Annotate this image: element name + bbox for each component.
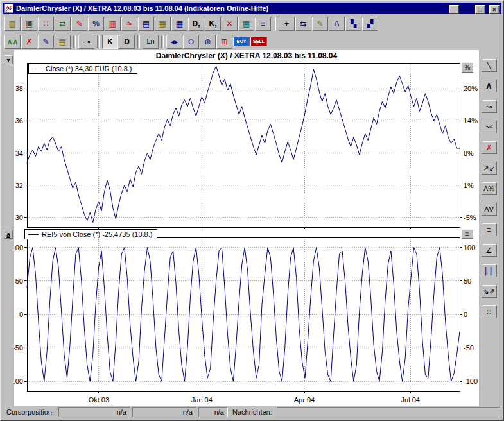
minimize-button[interactable]: _	[449, 5, 459, 14]
toolbar-separator	[97, 35, 100, 48]
trendline-icon: ╲	[487, 62, 491, 69]
x-axis-label: Jul 04	[401, 396, 420, 404]
scale-marker-button[interactable]: ▾	[4, 55, 13, 64]
arrows-cluster-button[interactable]: ⇘⇗	[482, 285, 497, 298]
y-tick-label: 50	[464, 277, 471, 285]
y-tick-label: 0	[464, 311, 467, 318]
series-line-sample-icon	[32, 69, 42, 69]
maximize-button[interactable]: □	[475, 5, 485, 14]
toolbar-separator	[161, 35, 164, 48]
histogram-icon: ▥	[109, 20, 116, 28]
y-tick-label: 8%	[464, 150, 474, 157]
window-arrange-button[interactable]: ▞	[362, 17, 378, 31]
zigzag-points-button[interactable]: ΛV	[482, 203, 497, 216]
red-x-icon: ✕	[226, 20, 232, 28]
quick-note-button[interactable]: ✎	[312, 17, 328, 31]
indicator-auto-button[interactable]: a	[4, 230, 13, 239]
squiggle-arrow-icon: ↝	[486, 103, 492, 110]
zoom-range-icon: ⊞	[221, 38, 227, 46]
dots-grid-button[interactable]: ∷	[482, 305, 497, 318]
indicator-d-button[interactable]: D,	[188, 17, 204, 31]
red-x-icon: ✗	[486, 144, 492, 151]
candle-button[interactable]: K	[102, 35, 118, 49]
indicator-d-button-label: D,	[193, 20, 200, 28]
transfer-button[interactable]: ⇄	[55, 17, 71, 31]
line-chart-button[interactable]: ≈	[121, 17, 137, 31]
indicator-legend[interactable]: REI5 von Close (*) -25,4735 (10.8.)	[24, 229, 157, 239]
copy-button[interactable]: ▣	[21, 17, 37, 31]
portfolio-button[interactable]: ▦	[155, 17, 171, 31]
news-panel	[277, 407, 500, 417]
drawing-toolbar: ╲A↝~²✗↗↙Λ%ΛV≡∠║║⇘⇗∷	[476, 50, 501, 406]
data-table-button[interactable]: ▦	[238, 17, 254, 31]
scroll-button[interactable]: ◂▸	[166, 35, 182, 49]
wave-tool-button[interactable]: ~²	[482, 121, 497, 133]
percent-scale-button[interactable]: %	[462, 62, 473, 73]
indicator-k-button[interactable]: K,	[205, 17, 221, 31]
chart-area-svg[interactable]: 3820%3614%348%321%30-5%100100505000-50-5…	[14, 50, 479, 406]
move-chart-button[interactable]: ⇆	[295, 17, 311, 31]
move-icon: ⇆	[300, 20, 306, 28]
chart-canvas[interactable]: DaimlerChrysler (X) / XETRA 12.08.03 bis…	[14, 50, 479, 406]
y-tick-label: -100	[14, 377, 23, 385]
crossed-arrows-button[interactable]: ↗↙	[482, 162, 497, 175]
clipboard-icon: ▤	[59, 38, 66, 46]
zoom-in-button[interactable]: ⊕	[200, 35, 216, 49]
zoom-range-button[interactable]: ⊞	[216, 35, 232, 49]
zoom-out-icon: ⊖	[187, 38, 194, 46]
y-tick-label: 100	[14, 244, 23, 252]
portfolio-icon: ▦	[159, 20, 166, 28]
zigzag-button[interactable]: ∧∧	[4, 35, 21, 49]
fibonacci-lines-icon: ≡	[487, 227, 491, 234]
zoom-out-button[interactable]: ⊖	[183, 35, 199, 49]
indicator-legend-text: REI5 von Close (*) -25,4735 (10.8.)	[42, 230, 152, 238]
toolbar-separator	[73, 35, 76, 48]
quote-table-button[interactable]: ▦	[171, 17, 187, 31]
scatter-icon: ∷	[44, 20, 49, 28]
clipboard-button[interactable]: ▤	[55, 35, 71, 49]
line-width-button[interactable]: · ▪	[78, 35, 94, 49]
title-bar[interactable]: DaimlerChrysler (X) / XETRA 12.08.03 bis…	[3, 3, 501, 14]
fibonacci-button[interactable]: ≡	[482, 223, 497, 236]
fan-lines-button[interactable]: ∠	[482, 244, 497, 257]
vertical-lines-button[interactable]: ║║	[482, 264, 497, 277]
y-tick-label: 36	[15, 117, 23, 125]
new-analysis-button[interactable]: ▧	[4, 17, 21, 31]
crosshair-icon: +	[284, 20, 289, 28]
zigzag-percent-button[interactable]: Λ%	[482, 182, 497, 195]
pen-icon: ✎	[317, 20, 323, 28]
histogram-button[interactable]: ▥	[105, 17, 121, 31]
layout-button[interactable]: ▚	[345, 17, 361, 31]
series-line-sample-icon	[28, 234, 39, 235]
delete-drawing-button[interactable]: ✗	[482, 141, 497, 154]
fan-lines-icon: ∠	[486, 247, 492, 254]
toolbar-separator	[274, 17, 276, 30]
news-note-button[interactable]: A	[329, 17, 345, 31]
daily-button-label: D	[124, 38, 130, 46]
chart-page-icon: ▧	[9, 20, 16, 28]
crosshair-button[interactable]: +	[279, 17, 295, 31]
daily-button[interactable]: D	[119, 35, 135, 49]
watchlist-button[interactable]: ≡	[255, 17, 271, 31]
trendline-tool-button[interactable]: ╲	[482, 59, 497, 72]
arrows-cluster-icon: ⇘⇗	[483, 288, 494, 295]
statistics-button[interactable]: %	[88, 17, 104, 31]
annotation-icon: A	[334, 20, 339, 28]
scroll-icon: ◂▸	[170, 38, 178, 46]
scatter-button[interactable]: ∷	[38, 17, 54, 31]
price-legend-text: Close (*) 34,30 EUR (10.8.)	[46, 65, 132, 73]
note-arrow-tool-button[interactable]: ↝	[482, 100, 497, 113]
sell-button[interactable]: SELL	[250, 37, 267, 46]
report-button[interactable]: ▤	[138, 17, 154, 31]
log-scale-button[interactable]: Ln	[143, 35, 159, 49]
draw-order-button[interactable]: ✎	[71, 17, 87, 31]
drawing-button[interactable]: ✎	[38, 35, 54, 49]
buy-button[interactable]: BUY	[233, 37, 250, 46]
close-button[interactable]: ×	[489, 5, 500, 14]
signal-button[interactable]: ✗	[21, 35, 37, 49]
indicator-settings-button[interactable]: ≡	[462, 229, 473, 239]
price-legend[interactable]: Close (*) 34,30 EUR (10.8.)	[28, 64, 137, 74]
remove-indicator-button[interactable]: ✕	[222, 17, 238, 31]
text-tool-icon: A	[487, 83, 492, 90]
text-tool-button[interactable]: A	[482, 80, 497, 92]
